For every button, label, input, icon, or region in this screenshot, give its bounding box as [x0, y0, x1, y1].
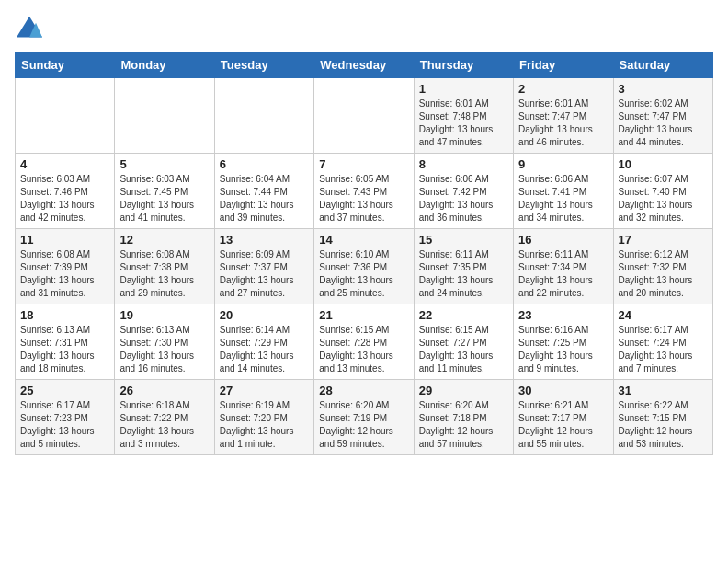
day-info: Sunrise: 6:09 AM Sunset: 7:37 PM Dayligh… [220, 248, 309, 300]
day-info: Sunrise: 6:07 AM Sunset: 7:40 PM Dayligh… [619, 173, 708, 224]
day-number: 26 [119, 384, 209, 397]
logo [15, 15, 48, 40]
day-info: Sunrise: 6:22 AM Sunset: 7:15 PM Dayligh… [619, 399, 708, 451]
day-number: 10 [619, 157, 708, 171]
day-info: Sunrise: 6:08 AM Sunset: 7:39 PM Dayligh… [20, 248, 109, 300]
day-number: 30 [518, 384, 608, 397]
calendar-cell: 2Sunrise: 6:01 AM Sunset: 7:47 PM Daylig… [514, 78, 613, 154]
calendar-cell: 22Sunrise: 6:15 AM Sunset: 7:27 PM Dayli… [414, 304, 513, 380]
calendar-cell: 8Sunrise: 6:06 AM Sunset: 7:42 PM Daylig… [414, 154, 513, 229]
day-info: Sunrise: 6:06 AM Sunset: 7:42 PM Dayligh… [419, 173, 508, 224]
calendar-cell: 17Sunrise: 6:12 AM Sunset: 7:32 PM Dayli… [613, 229, 712, 304]
day-number: 21 [319, 308, 408, 322]
calendar-cell: 11Sunrise: 6:08 AM Sunset: 7:39 PM Dayli… [16, 229, 115, 304]
calendar-cell: 3Sunrise: 6:02 AM Sunset: 7:47 PM Daylig… [613, 78, 712, 154]
day-number: 22 [419, 308, 508, 322]
calendar-cell: 28Sunrise: 6:20 AM Sunset: 7:19 PM Dayli… [314, 380, 414, 455]
day-info: Sunrise: 6:02 AM Sunset: 7:47 PM Dayligh… [619, 98, 708, 149]
calendar-cell: 27Sunrise: 6:19 AM Sunset: 7:20 PM Dayli… [214, 380, 313, 455]
day-number: 6 [220, 157, 309, 171]
calendar-cell: 29Sunrise: 6:20 AM Sunset: 7:18 PM Dayli… [414, 380, 513, 455]
day-info: Sunrise: 6:06 AM Sunset: 7:41 PM Dayligh… [518, 173, 608, 224]
day-info: Sunrise: 6:20 AM Sunset: 7:18 PM Dayligh… [419, 399, 508, 451]
day-number: 8 [419, 157, 508, 171]
day-number: 24 [619, 308, 708, 322]
calendar-cell: 14Sunrise: 6:10 AM Sunset: 7:36 PM Dayli… [314, 229, 414, 304]
weekday-header-saturday: Saturday [613, 52, 712, 78]
calendar-cell: 7Sunrise: 6:05 AM Sunset: 7:43 PM Daylig… [314, 154, 414, 229]
calendar-table: SundayMondayTuesdayWednesdayThursdayFrid… [15, 52, 713, 455]
logo-icon [15, 15, 44, 40]
calendar-cell: 16Sunrise: 6:11 AM Sunset: 7:34 PM Dayli… [514, 229, 613, 304]
day-info: Sunrise: 6:17 AM Sunset: 7:23 PM Dayligh… [20, 399, 109, 451]
day-info: Sunrise: 6:13 AM Sunset: 7:31 PM Dayligh… [20, 324, 109, 375]
calendar-cell [115, 78, 214, 154]
calendar-cell: 21Sunrise: 6:15 AM Sunset: 7:28 PM Dayli… [314, 304, 414, 380]
day-number: 28 [319, 384, 408, 397]
day-info: Sunrise: 6:16 AM Sunset: 7:25 PM Dayligh… [518, 324, 608, 375]
day-number: 23 [518, 308, 608, 322]
calendar-week-row: 11Sunrise: 6:08 AM Sunset: 7:39 PM Dayli… [16, 229, 713, 304]
day-number: 3 [619, 82, 708, 96]
calendar-cell: 9Sunrise: 6:06 AM Sunset: 7:41 PM Daylig… [514, 154, 613, 229]
day-info: Sunrise: 6:01 AM Sunset: 7:48 PM Dayligh… [419, 98, 508, 149]
day-info: Sunrise: 6:11 AM Sunset: 7:35 PM Dayligh… [419, 248, 508, 300]
day-number: 17 [619, 233, 708, 247]
day-info: Sunrise: 6:11 AM Sunset: 7:34 PM Dayligh… [518, 248, 608, 300]
day-number: 12 [119, 233, 209, 247]
weekday-header-monday: Monday [115, 52, 214, 78]
day-number: 16 [518, 233, 608, 247]
day-number: 13 [220, 233, 309, 247]
calendar-cell: 13Sunrise: 6:09 AM Sunset: 7:37 PM Dayli… [214, 229, 313, 304]
day-info: Sunrise: 6:08 AM Sunset: 7:38 PM Dayligh… [119, 248, 209, 300]
calendar-cell [214, 78, 313, 154]
calendar-cell: 23Sunrise: 6:16 AM Sunset: 7:25 PM Dayli… [514, 304, 613, 380]
day-info: Sunrise: 6:13 AM Sunset: 7:30 PM Dayligh… [119, 324, 209, 375]
day-number: 14 [319, 233, 408, 247]
calendar-cell [314, 78, 414, 154]
day-number: 31 [619, 384, 708, 397]
page-header [15, 15, 713, 40]
day-number: 20 [220, 308, 309, 322]
day-number: 4 [20, 157, 109, 171]
day-info: Sunrise: 6:05 AM Sunset: 7:43 PM Dayligh… [319, 173, 408, 224]
day-info: Sunrise: 6:01 AM Sunset: 7:47 PM Dayligh… [518, 98, 608, 149]
day-number: 11 [20, 233, 109, 247]
calendar-cell [16, 78, 115, 154]
day-number: 9 [518, 157, 608, 171]
calendar-week-row: 1Sunrise: 6:01 AM Sunset: 7:48 PM Daylig… [16, 78, 713, 154]
calendar-cell: 18Sunrise: 6:13 AM Sunset: 7:31 PM Dayli… [16, 304, 115, 380]
day-number: 29 [419, 384, 508, 397]
calendar-cell: 5Sunrise: 6:03 AM Sunset: 7:45 PM Daylig… [115, 154, 214, 229]
calendar-cell: 20Sunrise: 6:14 AM Sunset: 7:29 PM Dayli… [214, 304, 313, 380]
day-number: 15 [419, 233, 508, 247]
day-info: Sunrise: 6:12 AM Sunset: 7:32 PM Dayligh… [619, 248, 708, 300]
day-info: Sunrise: 6:20 AM Sunset: 7:19 PM Dayligh… [319, 399, 408, 451]
day-info: Sunrise: 6:21 AM Sunset: 7:17 PM Dayligh… [518, 399, 608, 451]
day-number: 27 [220, 384, 309, 397]
day-number: 7 [319, 157, 408, 171]
day-info: Sunrise: 6:14 AM Sunset: 7:29 PM Dayligh… [220, 324, 309, 375]
day-info: Sunrise: 6:04 AM Sunset: 7:44 PM Dayligh… [220, 173, 309, 224]
calendar-cell: 24Sunrise: 6:17 AM Sunset: 7:24 PM Dayli… [613, 304, 712, 380]
day-number: 19 [119, 308, 209, 322]
day-number: 25 [20, 384, 109, 397]
calendar-cell: 15Sunrise: 6:11 AM Sunset: 7:35 PM Dayli… [414, 229, 513, 304]
day-info: Sunrise: 6:15 AM Sunset: 7:28 PM Dayligh… [319, 324, 408, 375]
calendar-cell: 4Sunrise: 6:03 AM Sunset: 7:46 PM Daylig… [16, 154, 115, 229]
calendar-cell: 19Sunrise: 6:13 AM Sunset: 7:30 PM Dayli… [115, 304, 214, 380]
calendar-week-row: 4Sunrise: 6:03 AM Sunset: 7:46 PM Daylig… [16, 154, 713, 229]
day-info: Sunrise: 6:10 AM Sunset: 7:36 PM Dayligh… [319, 248, 408, 300]
day-info: Sunrise: 6:18 AM Sunset: 7:22 PM Dayligh… [119, 399, 209, 451]
day-info: Sunrise: 6:17 AM Sunset: 7:24 PM Dayligh… [619, 324, 708, 375]
day-number: 2 [518, 82, 608, 96]
day-number: 18 [20, 308, 109, 322]
weekday-header-tuesday: Tuesday [214, 52, 313, 78]
calendar-cell: 6Sunrise: 6:04 AM Sunset: 7:44 PM Daylig… [214, 154, 313, 229]
day-number: 5 [119, 157, 209, 171]
calendar-cell: 10Sunrise: 6:07 AM Sunset: 7:40 PM Dayli… [613, 154, 712, 229]
weekday-header-sunday: Sunday [16, 52, 115, 78]
calendar-cell: 25Sunrise: 6:17 AM Sunset: 7:23 PM Dayli… [16, 380, 115, 455]
calendar-cell: 26Sunrise: 6:18 AM Sunset: 7:22 PM Dayli… [115, 380, 214, 455]
calendar-cell: 1Sunrise: 6:01 AM Sunset: 7:48 PM Daylig… [414, 78, 513, 154]
